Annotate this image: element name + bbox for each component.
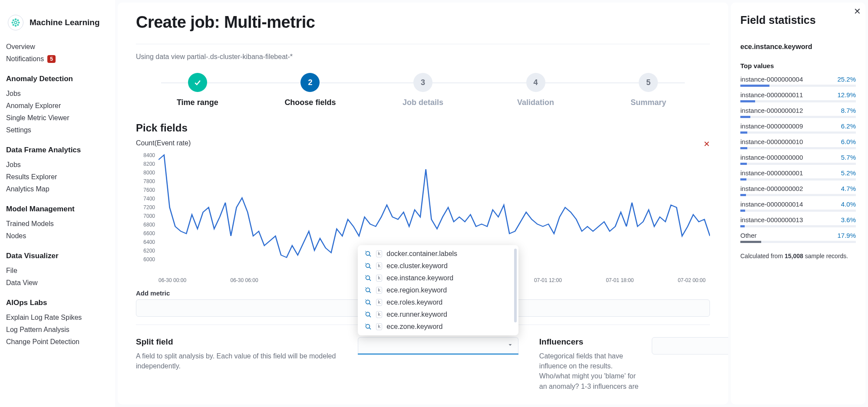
svg-line-10 <box>369 255 371 257</box>
y-tick: 7000 <box>143 213 155 219</box>
app-title: Machine Learning <box>30 18 100 27</box>
close-panel-button[interactable]: ✕ <box>854 6 861 16</box>
top-value-row: Other17.9% <box>740 232 856 243</box>
svg-line-12 <box>369 267 371 269</box>
option-label: docker.container.labels <box>386 250 457 258</box>
step-label: Choose fields <box>284 98 336 107</box>
inspect-icon <box>365 263 372 269</box>
step-circle: 3 <box>413 73 432 92</box>
metric-name: Count(Event rate) <box>136 139 710 147</box>
top-value-bar-bg <box>740 194 856 196</box>
svg-point-5 <box>13 20 14 21</box>
y-tick: 6200 <box>143 248 155 254</box>
split-field-combo[interactable]: kdocker.container.labelskece.cluster.key… <box>358 337 518 354</box>
nav-heading: Anomaly Detection <box>6 75 107 83</box>
nav-item-trained-models[interactable]: Trained Models <box>6 218 107 230</box>
step-circle: 5 <box>639 73 658 92</box>
option-ece-roles-keyword[interactable]: kece.roles.keyword <box>358 296 516 309</box>
top-value-bar <box>740 100 755 102</box>
y-tick: 7200 <box>143 204 155 210</box>
nav-item-results-explorer[interactable]: Results Explorer <box>6 171 107 183</box>
option-ece-region-keyword[interactable]: kece.region.keyword <box>358 284 516 296</box>
inspect-icon <box>365 299 372 306</box>
top-value-bar-bg <box>740 210 856 212</box>
step-validation[interactable]: 4Validation <box>479 73 592 107</box>
top-value-bar <box>740 178 746 181</box>
nav-item-notifications[interactable]: Notifications5 <box>6 53 107 65</box>
top-value-row: instance-000000000425.2% <box>740 75 856 87</box>
nav-item-explain-log-rate-spikes[interactable]: Explain Log Rate Spikes <box>6 312 107 324</box>
top-value-label: instance-0000000012 <box>740 107 803 114</box>
top-value-pct: 3.6% <box>841 216 856 223</box>
inspect-icon <box>365 250 372 257</box>
top-value-bar <box>740 194 746 196</box>
y-tick: 6400 <box>143 239 155 245</box>
ml-app-icon <box>8 15 23 30</box>
top-value-row: instance-00000000128.7% <box>740 107 856 118</box>
svg-line-16 <box>369 292 371 293</box>
step-job-details[interactable]: 3Job details <box>366 73 479 107</box>
step-summary[interactable]: 5Summary <box>592 73 705 107</box>
step-label: Validation <box>517 98 554 107</box>
nav-item-jobs[interactable]: Jobs <box>6 159 107 171</box>
top-value-label: instance-0000000001 <box>740 169 803 177</box>
option-ece-zone-keyword[interactable]: kece.zone.keyword <box>358 321 516 333</box>
top-value-row: instance-000000001112.9% <box>740 91 856 102</box>
top-value-row: instance-00000000106.0% <box>740 138 856 149</box>
top-value-label: instance-0000000011 <box>740 91 803 98</box>
nav-item-data-view[interactable]: Data View <box>6 277 107 289</box>
field-type-badge: k <box>376 263 383 269</box>
x-tick: 06-30 00:00 <box>158 277 186 283</box>
nav-item-jobs[interactable]: Jobs <box>6 88 107 100</box>
nav-item-single-metric-viewer[interactable]: Single Metric Viewer <box>6 112 107 124</box>
top-value-label: instance-0000000009 <box>740 122 803 130</box>
split-field-input[interactable] <box>358 337 518 354</box>
option-ece-instance-keyword[interactable]: kece.instance.keyword <box>358 272 516 284</box>
nav-item-analytics-map[interactable]: Analytics Map <box>6 183 107 195</box>
nav-item-file[interactable]: File <box>6 265 107 277</box>
nav-item-log-pattern-analysis[interactable]: Log Pattern Analysis <box>6 324 107 336</box>
top-value-bar <box>740 210 745 212</box>
split-field-dropdown: kdocker.container.labelskece.cluster.key… <box>358 245 518 335</box>
y-tick: 7400 <box>143 196 155 202</box>
dropdown-scrollbar[interactable] <box>514 249 517 322</box>
step-time-range[interactable]: Time range <box>141 73 254 107</box>
field-type-badge: k <box>376 299 383 306</box>
top-value-bar <box>740 147 747 149</box>
field-type-badge: k <box>376 250 383 257</box>
remove-metric-button[interactable]: ✕ <box>703 139 710 149</box>
nav-item-nodes[interactable]: Nodes <box>6 230 107 242</box>
svg-point-13 <box>366 276 370 280</box>
influencers-select[interactable] <box>652 337 728 354</box>
step-circle <box>188 73 207 92</box>
y-tick: 7600 <box>143 187 155 193</box>
option-docker-container-labels[interactable]: kdocker.container.labels <box>358 248 516 260</box>
option-ece-runner-keyword[interactable]: kece.runner.keyword <box>358 309 516 321</box>
svg-line-22 <box>369 328 371 330</box>
notification-badge: 5 <box>47 55 56 63</box>
top-value-pct: 8.7% <box>841 107 856 114</box>
influencers-combo[interactable] <box>652 337 728 354</box>
top-value-bar-bg <box>740 241 856 243</box>
step-choose-fields[interactable]: 2Choose fields <box>254 73 367 107</box>
field-type-badge: k <box>376 287 383 294</box>
wizard-stepper: Time range2Choose fields3Job details4Val… <box>141 73 705 107</box>
option-label: ece.region.keyword <box>386 286 447 294</box>
svg-point-8 <box>17 24 19 26</box>
top-value-bar-bg <box>740 85 856 87</box>
nav-item-change-point-detection[interactable]: Change Point Detection <box>6 336 107 348</box>
inspect-icon <box>365 323 372 330</box>
top-value-pct: 5.7% <box>841 154 856 161</box>
nav-item-settings[interactable]: Settings <box>6 124 107 136</box>
top-value-bar <box>740 116 750 118</box>
option-ece-cluster-keyword[interactable]: kece.cluster.keyword <box>358 260 516 272</box>
svg-line-14 <box>369 279 371 281</box>
svg-point-7 <box>13 24 14 26</box>
nav-item-overview[interactable]: Overview <box>6 41 107 53</box>
nav-item-anomaly-explorer[interactable]: Anomaly Explorer <box>6 100 107 112</box>
top-value-pct: 25.2% <box>837 75 856 83</box>
top-value-bar <box>740 85 769 87</box>
influencers-desc: Categorical fields that have influence o… <box>539 351 643 391</box>
y-tick: 6800 <box>143 222 155 228</box>
y-tick: 7800 <box>143 178 155 184</box>
